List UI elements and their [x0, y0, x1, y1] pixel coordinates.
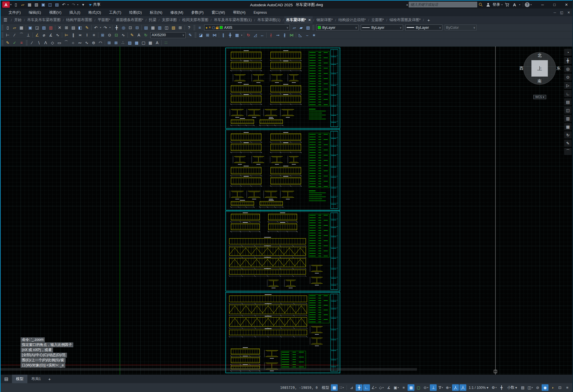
menu-10[interactable]: 参数(P) [187, 9, 208, 16]
center-mark-icon[interactable]: ⊙ [106, 32, 113, 38]
customize-icon[interactable]: ≡ [564, 384, 571, 391]
layer-unlock-icon[interactable] [216, 26, 218, 29]
dynamic-input-icon[interactable]: ╋ [356, 384, 363, 391]
layer-dropdown-chevron-icon[interactable]: ∨ [285, 26, 288, 29]
undo-options-icon[interactable]: ▾ [99, 24, 102, 31]
hatch-icon[interactable]: ▨ [126, 40, 133, 46]
dim-edit-icon[interactable]: ✎ [129, 32, 135, 38]
mirror-icon[interactable]: ⋈ [211, 32, 218, 38]
rectangle-icon[interactable]: ▭ [56, 40, 63, 46]
object-snap-tracking-icon[interactable]: ∡ [385, 384, 392, 391]
qat-save-icon[interactable]: ▦ [27, 1, 33, 8]
quick-dimension-icon[interactable]: ⊨ [63, 32, 70, 38]
toolbar-grip[interactable] [26, 40, 28, 46]
sheet-set-manager-icon[interactable]: ◫ [163, 24, 170, 31]
dim-angular-icon[interactable]: ∡ [47, 32, 54, 38]
layer-states-icon[interactable]: ▰ [298, 24, 305, 31]
qat-more-icon[interactable]: ▾ [80, 1, 86, 8]
toolbar-grip[interactable] [312, 25, 314, 30]
measure-tool-icon[interactable]: ⌒ [564, 148, 572, 155]
user-icon[interactable] [485, 1, 492, 8]
qat-undo-icon[interactable]: ↶ [61, 1, 67, 8]
circle-icon[interactable]: ○ [70, 40, 76, 46]
redo-icon[interactable]: ↷ [102, 24, 109, 31]
menu-4[interactable]: 插入(I) [65, 9, 84, 16]
file-tab-13[interactable]: 结构设计总说明* [337, 16, 367, 24]
help-icon[interactable]: ? [186, 24, 193, 31]
ellipse-arc-icon[interactable]: ◠ [97, 40, 104, 46]
qat-new-icon[interactable]: ▯ [13, 1, 19, 8]
layer-thaw-sun-icon[interactable]: ☀ [208, 26, 211, 29]
file-tab-15[interactable]: 锚栓布置图及详图* [388, 16, 422, 24]
layer-color-swatch[interactable] [220, 26, 223, 29]
object-snap-icon[interactable]: ▣▾ [393, 384, 400, 391]
file-tab-8[interactable]: 柱间支撑布置图 [181, 16, 210, 24]
color-dropdown-chevron-icon[interactable]: ∨ [353, 26, 357, 29]
region-icon[interactable]: ▢ [140, 40, 147, 46]
menu-3[interactable]: 视图(V) [45, 9, 65, 16]
minimize-button[interactable]: ─ [536, 1, 548, 9]
file-tabs-menu-icon[interactable]: ☰ [1, 17, 10, 23]
tab-close-icon[interactable]: ✕ [308, 18, 311, 22]
gizmo-caret-icon[interactable]: ▾ [450, 386, 451, 389]
workspace-switching-icon[interactable]: ⚙▾ [491, 384, 497, 391]
3d-object-snap-caret-icon[interactable]: ▾ [427, 386, 428, 389]
menu-6[interactable]: 工具(T) [105, 9, 125, 16]
model-views-icon[interactable]: ▦ [564, 123, 572, 130]
file-tab-10[interactable]: 吊车梁详图(1) [256, 16, 282, 24]
file-tab-7[interactable]: 支撑详图 [160, 16, 179, 24]
spell-check-icon[interactable]: ✓ [11, 40, 18, 46]
lineweight-dropdown-chevron-icon[interactable]: ∨ [437, 26, 441, 29]
viewcube-west-label[interactable]: 西 [519, 66, 523, 71]
arc-icon[interactable]: ⌒ [63, 40, 70, 46]
zoom-window-icon[interactable]: ⊡ [127, 24, 134, 31]
3d-object-snap-icon[interactable]: ⊙▾ [422, 384, 429, 391]
drawing-canvas[interactable]: 命令: '_.zoom指定窗口的角点，输入比例因子(nX 或 nXP)，或者[全… [1, 46, 572, 375]
app-logo-caret-icon[interactable]: ▾ [10, 3, 12, 6]
revision-cloud-icon[interactable]: ∾ [76, 40, 83, 46]
new-layout-button[interactable]: + [45, 377, 54, 381]
viewcube-east-label[interactable]: 东 [556, 66, 560, 71]
menu-1[interactable]: 文件(F) [5, 9, 25, 16]
layer-match-icon[interactable]: ▨ [305, 24, 311, 31]
ucs-tool-icon[interactable]: ∟ [564, 90, 572, 97]
clean-screen-icon[interactable]: ⊡ [556, 384, 563, 391]
dim-radius-icon[interactable]: ∠ [34, 32, 41, 38]
doc-restore-button[interactable]: ◱ [560, 11, 563, 15]
file-tab-4[interactable]: 平面图* [96, 16, 112, 24]
print-preview-icon[interactable]: ◲ [34, 24, 41, 31]
qat-print-icon[interactable]: ▤ [54, 1, 60, 8]
redo-options-icon[interactable]: ▾ [109, 24, 111, 31]
multiline-text-icon[interactable]: A [154, 40, 161, 46]
show-motion-icon[interactable]: ▷ [564, 82, 572, 89]
designcenter-icon[interactable]: ▦ [149, 24, 156, 31]
rotate-icon[interactable]: ↻ [245, 32, 252, 38]
tool-palettes-icon[interactable]: ▥ [156, 24, 163, 31]
model-paper-toggle[interactable]: 模型 [321, 384, 330, 391]
selection-filter-icon[interactable]: ∇▾ [437, 384, 444, 391]
dim-inspect-icon[interactable]: ⊡ [113, 32, 120, 38]
move-icon[interactable]: ╋ [227, 32, 234, 38]
menu-8[interactable]: 标注(N) [146, 9, 166, 16]
copy-icon[interactable]: ⊞ [63, 24, 70, 31]
dim-update-icon[interactable]: ↻ [142, 32, 149, 38]
annotation-autoscale-icon[interactable]: 人 [459, 384, 466, 391]
cut-icon[interactable]: ✕ [56, 24, 63, 31]
offset-icon[interactable]: ∥ [220, 32, 227, 38]
open-file-icon[interactable]: ▱ [11, 24, 18, 31]
object-snap-caret-icon[interactable]: ▾ [398, 386, 399, 389]
file-tab-12[interactable]: 钢架详图* [315, 16, 335, 24]
dim-ordinate-icon[interactable]: ⊥ [25, 32, 32, 38]
annotate-tool-icon[interactable]: ✎ [564, 140, 572, 147]
app-store-cart-icon[interactable] [503, 1, 511, 8]
layer-vp-freeze-icon[interactable]: ▢ [212, 26, 215, 29]
layer-dropdown[interactable]: ● ☀ ▢ AXIS ∨ [204, 24, 290, 30]
dim-jog-line-icon[interactable]: ∿ [120, 32, 127, 38]
markup-import-icon[interactable]: ▧ [170, 24, 177, 31]
zoom-tool-icon[interactable]: ◎ [564, 65, 572, 72]
point-icon[interactable]: ∴ [120, 40, 126, 46]
autodesk-account-icon[interactable]: A [511, 1, 518, 8]
qat-plot-icon[interactable]: ▣ [40, 1, 46, 8]
doc-close-button[interactable]: ✕ [567, 11, 570, 15]
polar-tracking-caret-icon[interactable]: ▾ [375, 386, 376, 389]
